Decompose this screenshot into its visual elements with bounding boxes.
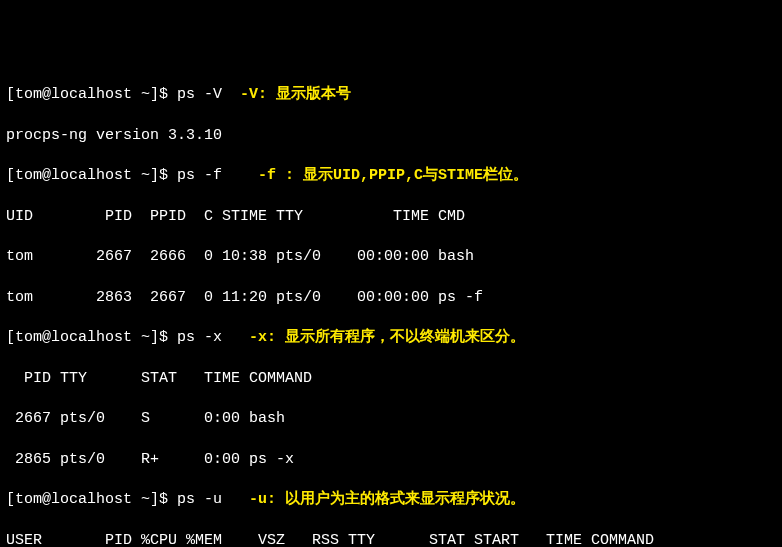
output-version: procps-ng version 3.3.10 <box>6 126 776 146</box>
ps-f-row: tom 2863 2667 0 11:20 pts/0 00:00:00 ps … <box>6 288 776 308</box>
shell-prompt: [tom@localhost ~]$ <box>6 329 177 346</box>
annotation-x: -x: 显示所有程序，不以终端机来区分。 <box>222 329 525 346</box>
shell-prompt: [tom@localhost ~]$ <box>6 167 177 184</box>
command-text: ps -x <box>177 329 222 346</box>
prompt-line-ps-x: [tom@localhost ~]$ ps -x -x: 显示所有程序，不以终端… <box>6 328 776 348</box>
command-text: ps -V <box>177 86 222 103</box>
prompt-line-ps-u: [tom@localhost ~]$ ps -u -u: 以用户为主的格式来显示… <box>6 490 776 510</box>
ps-x-row: 2865 pts/0 R+ 0:00 ps -x <box>6 450 776 470</box>
annotation-u: -u: 以用户为主的格式来显示程序状况。 <box>222 491 525 508</box>
ps-u-header: USER PID %CPU %MEM VSZ RSS TTY STAT STAR… <box>6 531 776 548</box>
ps-f-row: tom 2667 2666 0 10:38 pts/0 00:00:00 bas… <box>6 247 776 267</box>
annotation-v: -V: 显示版本号 <box>222 86 351 103</box>
ps-x-row: 2667 pts/0 S 0:00 bash <box>6 409 776 429</box>
ps-x-header: PID TTY STAT TIME COMMAND <box>6 369 776 389</box>
annotation-f: -f : 显示UID,PPIP,C与STIME栏位。 <box>222 167 528 184</box>
shell-prompt: [tom@localhost ~]$ <box>6 491 177 508</box>
shell-prompt: [tom@localhost ~]$ <box>6 86 177 103</box>
command-text: ps -u <box>177 491 222 508</box>
ps-f-header: UID PID PPID C STIME TTY TIME CMD <box>6 207 776 227</box>
command-text: ps -f <box>177 167 222 184</box>
prompt-line-ps-f: [tom@localhost ~]$ ps -f -f : 显示UID,PPIP… <box>6 166 776 186</box>
prompt-line-ps-v: [tom@localhost ~]$ ps -V -V: 显示版本号 <box>6 85 776 105</box>
